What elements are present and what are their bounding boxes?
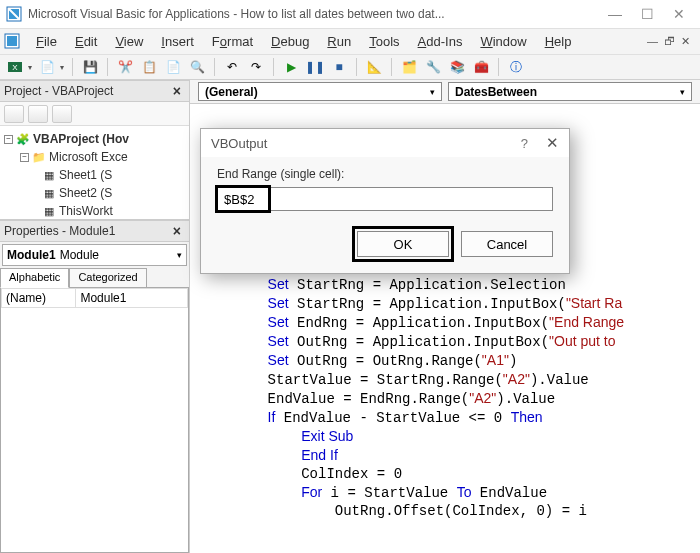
cut-icon[interactable]: ✂️ xyxy=(116,58,134,76)
view-object-icon[interactable] xyxy=(28,105,48,123)
vba-app-icon xyxy=(6,6,22,22)
properties-icon[interactable]: 🔧 xyxy=(424,58,442,76)
tab-alphabetic[interactable]: Alphabetic xyxy=(0,268,69,288)
view-code-icon[interactable] xyxy=(4,105,24,123)
dropdown-arrow-icon: ▾ xyxy=(177,250,182,260)
paste-icon[interactable]: 📄 xyxy=(164,58,182,76)
project-explorer-icon[interactable]: 🗂️ xyxy=(400,58,418,76)
mdi-restore[interactable]: 🗗 xyxy=(664,35,675,48)
help-icon[interactable]: ⓘ xyxy=(507,58,525,76)
menu-view[interactable]: View xyxy=(107,31,151,52)
tree-sheet2[interactable]: ▦ Sheet2 (S xyxy=(4,184,185,202)
menu-format[interactable]: Format xyxy=(204,31,261,52)
save-icon[interactable]: 💾 xyxy=(81,58,99,76)
toggle-folders-icon[interactable] xyxy=(52,105,72,123)
cancel-button[interactable]: Cancel xyxy=(461,231,553,257)
dropdown-arrow-icon: ▾ xyxy=(430,87,435,97)
properties-grid[interactable]: (Name) Module1 xyxy=(0,287,189,553)
tab-categorized[interactable]: Categorized xyxy=(69,268,146,288)
dropdown-arrow-icon: ▾ xyxy=(680,87,685,97)
mdi-system-icon[interactable] xyxy=(4,33,22,51)
ok-button[interactable]: OK xyxy=(357,231,449,257)
standard-toolbar: X▾ 📄▾ 💾 ✂️ 📋 📄 🔍 ↶ ↷ ▶ ❚❚ ■ 📐 🗂️ 🔧 📚 🧰 ⓘ xyxy=(0,54,700,80)
project-panel-close-icon[interactable]: × xyxy=(169,83,185,99)
workbook-icon: ▦ xyxy=(42,204,56,218)
maximize-button[interactable]: ☐ xyxy=(640,6,654,22)
object-browser-icon[interactable]: 📚 xyxy=(448,58,466,76)
properties-object-dropdown[interactable]: Module1 Module ▾ xyxy=(2,244,187,266)
project-icon: 🧩 xyxy=(16,132,30,146)
close-button[interactable]: ✕ xyxy=(672,6,686,22)
menu-insert[interactable]: Insert xyxy=(153,31,202,52)
window-title: Microsoft Visual Basic for Applications … xyxy=(28,7,608,21)
property-row: (Name) Module1 xyxy=(2,289,188,308)
menu-help[interactable]: Help xyxy=(537,31,580,52)
range-input[interactable] xyxy=(217,187,553,211)
dialog-title: VBOutput xyxy=(211,136,521,151)
design-mode-icon[interactable]: 📐 xyxy=(365,58,383,76)
object-dropdown[interactable]: (General) ▾ xyxy=(198,82,442,101)
tree-root[interactable]: − 🧩 VBAProject (Hov xyxy=(4,130,185,148)
sheet-icon: ▦ xyxy=(42,168,56,182)
folder-icon: 📁 xyxy=(32,150,46,164)
mdi-minimize[interactable]: — xyxy=(647,35,658,48)
menu-window[interactable]: Window xyxy=(472,31,534,52)
tree-sheet1[interactable]: ▦ Sheet1 (S xyxy=(4,166,185,184)
menu-addins[interactable]: Add-Ins xyxy=(410,31,471,52)
menu-edit[interactable]: Edit xyxy=(67,31,105,52)
mdi-close[interactable]: ✕ xyxy=(681,35,690,48)
menu-bar: File Edit View Insert Format Debug Run T… xyxy=(0,28,700,54)
dialog-close-icon[interactable]: ✕ xyxy=(546,134,559,152)
minimize-button[interactable]: — xyxy=(608,6,622,22)
insert-module-icon[interactable]: 📄 xyxy=(38,58,56,76)
copy-icon[interactable]: 📋 xyxy=(140,58,158,76)
reset-icon[interactable]: ■ xyxy=(330,58,348,76)
svg-rect-2 xyxy=(7,36,17,46)
procedure-dropdown[interactable]: DatesBetween ▾ xyxy=(448,82,692,101)
tree-folder[interactable]: − 📁 Microsoft Exce xyxy=(4,148,185,166)
tree-thisworkbook[interactable]: ▦ ThisWorkt xyxy=(4,202,185,220)
project-toolbar xyxy=(0,102,189,126)
properties-panel-close-icon[interactable]: × xyxy=(169,223,185,239)
undo-icon[interactable]: ↶ xyxy=(223,58,241,76)
sheet-icon: ▦ xyxy=(42,186,56,200)
find-icon[interactable]: 🔍 xyxy=(188,58,206,76)
menu-run[interactable]: Run xyxy=(319,31,359,52)
run-icon[interactable]: ▶ xyxy=(282,58,300,76)
title-bar: Microsoft Visual Basic for Applications … xyxy=(0,0,700,28)
view-excel-icon[interactable]: X xyxy=(6,58,24,76)
break-icon[interactable]: ❚❚ xyxy=(306,58,324,76)
menu-file[interactable]: File xyxy=(28,31,65,52)
dialog-help-icon[interactable]: ? xyxy=(521,136,528,151)
collapse-icon[interactable]: − xyxy=(4,135,13,144)
dialog-label: End Range (single cell): xyxy=(217,167,553,181)
svg-text:X: X xyxy=(12,63,18,72)
toolbox-icon[interactable]: 🧰 xyxy=(472,58,490,76)
project-panel-title: Project - VBAProject xyxy=(4,84,169,98)
redo-icon[interactable]: ↷ xyxy=(247,58,265,76)
menu-debug[interactable]: Debug xyxy=(263,31,317,52)
menu-tools[interactable]: Tools xyxy=(361,31,407,52)
collapse-icon[interactable]: − xyxy=(20,153,29,162)
inputbox-dialog: VBOutput ? ✕ End Range (single cell): OK… xyxy=(200,128,570,274)
properties-panel-title: Properties - Module1 xyxy=(4,224,169,238)
project-tree[interactable]: − 🧩 VBAProject (Hov − 📁 Microsoft Exce ▦… xyxy=(0,126,189,220)
